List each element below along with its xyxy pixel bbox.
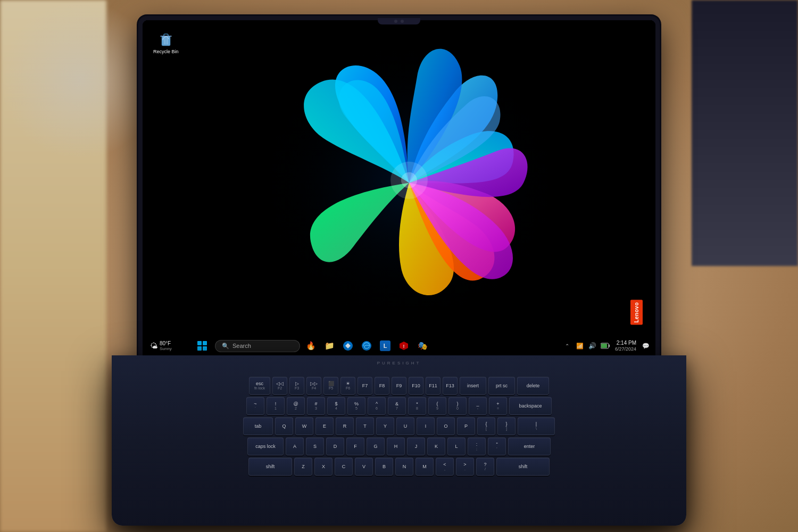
taskbar-icon-app1[interactable]: [339, 337, 356, 354]
key-e[interactable]: E: [315, 417, 334, 435]
key-b[interactable]: B: [375, 458, 393, 476]
key-p[interactable]: P: [457, 417, 475, 435]
key-f8[interactable]: F8: [375, 377, 389, 395]
key-semicolon[interactable]: :;: [468, 437, 486, 455]
key-q[interactable]: Q: [275, 417, 293, 435]
key-a[interactable]: A: [286, 437, 304, 455]
key-6[interactable]: ^6: [368, 397, 386, 415]
camera-notch: [378, 18, 420, 24]
key-f6[interactable]: ☀F6: [340, 377, 355, 395]
key-bracket-open[interactable]: {[: [477, 417, 495, 435]
taskbar-icon-linkedin[interactable]: L: [377, 337, 394, 354]
key-d[interactable]: D: [326, 437, 344, 455]
key-t[interactable]: T: [356, 417, 374, 435]
key-1[interactable]: !1: [267, 397, 285, 415]
files-icon: 📁: [325, 341, 335, 351]
key-n[interactable]: N: [395, 458, 413, 476]
windows-bloom: [263, 34, 555, 331]
key-f3[interactable]: ▷F3: [289, 377, 304, 395]
puresight-label: PURESIGHT: [377, 361, 421, 365]
key-9[interactable]: (9: [428, 397, 446, 415]
taskbar-icon-antivirus[interactable]: !: [395, 337, 412, 354]
taskbar-icon-files[interactable]: 📁: [321, 337, 338, 354]
bg-right-dark: [692, 0, 798, 266]
tray-notification[interactable]: 💬: [641, 340, 651, 351]
recycle-bin-graphic: [157, 31, 174, 48]
key-g[interactable]: G: [367, 437, 385, 455]
key-2[interactable]: @2: [287, 397, 305, 415]
key-u[interactable]: U: [396, 417, 414, 435]
key-0[interactable]: )0: [448, 397, 467, 415]
key-f9[interactable]: F9: [392, 377, 406, 395]
key-m[interactable]: M: [415, 458, 434, 476]
key-h[interactable]: H: [387, 437, 405, 455]
taskbar-search[interactable]: 🔍 Search: [215, 340, 300, 352]
key-i[interactable]: I: [417, 417, 435, 435]
key-4[interactable]: $4: [327, 397, 345, 415]
key-c[interactable]: C: [335, 458, 353, 476]
tray-chevron[interactable]: ⌃: [562, 340, 572, 351]
key-backslash[interactable]: |\: [518, 417, 555, 435]
key-5[interactable]: %5: [347, 397, 365, 415]
key-tilde[interactable]: ~`: [246, 397, 264, 415]
search-label: Search: [232, 343, 251, 349]
key-f7[interactable]: F7: [358, 377, 372, 395]
key-prtsc[interactable]: prt sc: [488, 377, 515, 395]
taskbar: 🌤 80°F Sunny: [143, 335, 655, 357]
key-tab[interactable]: tab: [243, 417, 273, 435]
key-f13[interactable]: F13: [443, 377, 458, 395]
key-y[interactable]: Y: [376, 417, 394, 435]
key-k[interactable]: K: [427, 437, 445, 455]
key-caps-lock[interactable]: caps lock: [247, 437, 284, 455]
taskbar-icon-widget[interactable]: 🎭: [414, 337, 431, 354]
system-clock[interactable]: 2:14 PM 6/27/2024: [613, 339, 638, 353]
start-button[interactable]: [194, 337, 211, 354]
key-enter[interactable]: enter: [508, 437, 551, 455]
key-s[interactable]: S: [306, 437, 324, 455]
key-f2[interactable]: ◁◁F2: [272, 377, 287, 395]
logo-quad-tr: [203, 341, 207, 345]
key-x[interactable]: X: [314, 458, 332, 476]
key-7[interactable]: &7: [388, 397, 406, 415]
key-v[interactable]: V: [355, 458, 373, 476]
key-slash[interactable]: ?/: [476, 458, 494, 476]
key-insert[interactable]: insert: [460, 377, 486, 395]
key-shift-right[interactable]: shift: [496, 458, 550, 476]
clock-date: 6/27/2024: [615, 346, 636, 353]
key-bracket-close[interactable]: }]: [497, 417, 516, 435]
key-minus[interactable]: _-: [469, 397, 487, 415]
recycle-bin-icon[interactable]: Recycle Bin: [151, 29, 181, 57]
taskbar-icon-edge[interactable]: [358, 337, 375, 354]
tray-sound[interactable]: 🔊: [587, 340, 598, 351]
key-z[interactable]: Z: [294, 458, 312, 476]
weather-widget[interactable]: 🌤 80°F Sunny: [147, 339, 189, 352]
taskbar-icon-news[interactable]: 🔥: [302, 337, 319, 354]
key-period[interactable]: >.: [456, 458, 474, 476]
key-f4[interactable]: ▷▷F4: [306, 377, 321, 395]
key-backspace[interactable]: backspace: [509, 397, 552, 415]
key-esc[interactable]: escfn lock: [249, 377, 270, 395]
key-l[interactable]: L: [447, 437, 466, 455]
key-f11[interactable]: F11: [426, 377, 440, 395]
antivirus-icon: !: [398, 340, 409, 351]
sound-icon: 🔊: [588, 342, 596, 350]
weather-condition: Sunny: [160, 346, 172, 351]
key-w[interactable]: W: [295, 417, 313, 435]
key-f[interactable]: F: [346, 437, 364, 455]
key-f10[interactable]: F10: [409, 377, 423, 395]
key-quote[interactable]: "': [488, 437, 506, 455]
key-j[interactable]: J: [407, 437, 425, 455]
key-r[interactable]: R: [336, 417, 354, 435]
key-equals[interactable]: +=: [489, 397, 507, 415]
key-o[interactable]: O: [437, 417, 455, 435]
key-shift-left[interactable]: shift: [248, 458, 292, 476]
tray-battery[interactable]: [600, 340, 611, 351]
tray-network[interactable]: 📶: [575, 340, 585, 351]
key-delete[interactable]: delete: [517, 377, 549, 395]
key-f5[interactable]: ⬛F5: [323, 377, 338, 395]
app1-icon: [343, 340, 353, 351]
key-8[interactable]: *8: [408, 397, 426, 415]
key-3[interactable]: #3: [307, 397, 325, 415]
news-icon: 🔥: [306, 341, 316, 351]
key-comma[interactable]: <,: [436, 458, 454, 476]
